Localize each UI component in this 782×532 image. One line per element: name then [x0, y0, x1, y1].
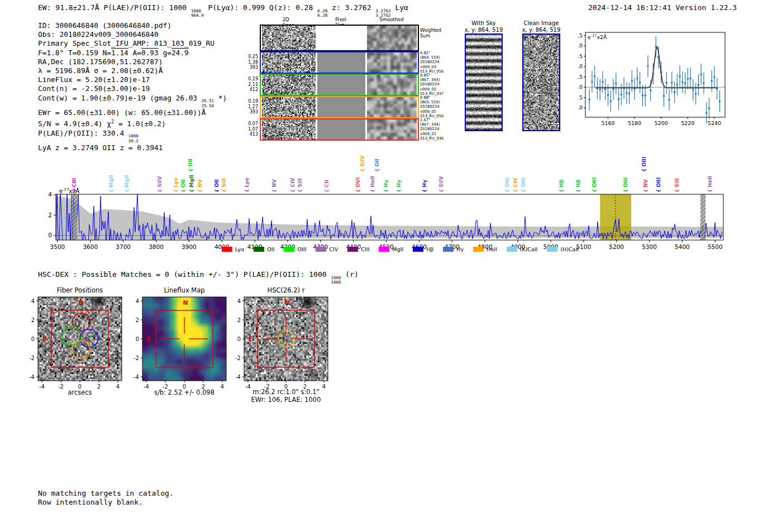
- svg-text:3800: 3800: [149, 243, 164, 250]
- legend-swatch: [222, 247, 232, 252]
- zoom-plot-unit-label: e-17x2Å: [588, 33, 607, 40]
- with-sky-title: With Skyx, y: 864, 519: [465, 20, 503, 33]
- spec2d-col-header: Smoothed: [379, 17, 403, 22]
- spec2d-row: [260, 25, 419, 51]
- svg-text:5180: 5180: [628, 120, 641, 126]
- spec2d-sum-label: WeightedSum: [420, 28, 441, 39]
- legend-swatch: [316, 247, 326, 252]
- svg-text:0: 0: [136, 336, 139, 342]
- spec2d-row: [260, 118, 419, 141]
- info-line: P(LAE)/P(OII): 330.4 100039.2: [38, 129, 227, 143]
- svg-text:5400: 5400: [675, 243, 690, 250]
- lineflux-caption: s/b: 2.52 +/- 0.098: [154, 389, 214, 396]
- spec2d-row-right-meta: 0.85"(867, 343)20180224v009_02013_RU_037: [420, 73, 444, 96]
- svg-text:-2: -2: [29, 355, 35, 361]
- hsc-caption-2: EWr: 106, PLAE: 1000: [251, 396, 321, 404]
- spec2d-row: [260, 96, 419, 118]
- svg-text:5200: 5200: [655, 120, 668, 126]
- legend-item: OIII: [284, 246, 306, 252]
- svg-text:3900: 3900: [182, 243, 197, 250]
- svg-text:-4: -4: [29, 374, 35, 380]
- header-timestamp-version: 2024-12-14 16:12:41 Version 1.22.3: [588, 3, 737, 12]
- spec2d-row: [260, 74, 419, 96]
- svg-text:4: 4: [116, 384, 120, 389]
- svg-text:2: 2: [48, 212, 52, 218]
- svg-text:N: N: [284, 299, 289, 306]
- svg-text:-4: -4: [245, 384, 251, 389]
- spec2d-row-right-meta: 1.67"(867, 334)20180224v009_01013_RU_036: [420, 118, 444, 141]
- svg-text:-2: -2: [163, 384, 168, 389]
- svg-text:2: 2: [97, 384, 101, 389]
- hsc-caption-1: m:26.2 rc:1.0" s:0.1": [252, 388, 320, 396]
- spectral-line-legend: LyαOIIOIIICIVCIIIMgIIHβHγHeII(K)CaII(H)C…: [222, 246, 579, 252]
- spec2d-row-left-stats: 0.192.11412: [246, 76, 258, 93]
- legend-item: CIV: [316, 246, 338, 252]
- spec2d-row-left-stats: 0.071.07413: [246, 121, 258, 137]
- svg-text:2: 2: [136, 317, 139, 323]
- info-line: RA,Dec (182.175690,51.262787): [38, 57, 227, 66]
- svg-text:-4: -4: [144, 384, 149, 389]
- svg-text:4: 4: [136, 298, 139, 304]
- spec2d-row-left-stats: 0.191.27393: [246, 99, 258, 115]
- elixer-report-page: { "header": { "left_segments": [ {"t":"E…: [0, 0, 782, 532]
- legend-item: (K)CaII: [507, 246, 538, 252]
- info-line: S/N = 4.9(±0.4) χ2 = 1.0(±0.2): [38, 117, 227, 128]
- spec2d-row-right-meta: 0.82"(864, 519)20180224v009_03013_RU_056: [420, 51, 444, 74]
- svg-text:0.5: 0.5: [578, 74, 583, 80]
- svg-text:E: E: [42, 336, 47, 343]
- hsc-dex-match-line: HSC-DEX : Possible Matches = 0 (within +…: [38, 270, 359, 285]
- svg-text:5160: 5160: [601, 120, 614, 126]
- svg-text:N: N: [183, 299, 188, 306]
- svg-text:5220: 5220: [681, 120, 694, 126]
- info-line: LineFlux = 5.20(±1.20)e-17: [38, 75, 227, 84]
- legend-swatch: [507, 247, 517, 252]
- svg-text:5300: 5300: [642, 243, 657, 250]
- svg-text:N: N: [78, 299, 83, 306]
- legend-swatch: [284, 247, 294, 252]
- svg-text:3500: 3500: [50, 243, 65, 250]
- svg-text:3600: 3600: [83, 243, 98, 250]
- svg-text:-4: -4: [235, 374, 241, 380]
- footer-notes: No matching targets in catalog.Row inten…: [38, 489, 174, 506]
- svg-text:-2: -2: [133, 355, 139, 361]
- target-info-block: ID: 3000646840 (3000646840.pdf)Obs: 2018…: [38, 21, 227, 152]
- svg-text:2.0: 2.0: [578, 43, 583, 49]
- full-spectrum-plot: 3500360037003800390040004100420043004400…: [47, 151, 732, 257]
- spec2d-pixel-flat: [317, 26, 365, 50]
- legend-swatch: [547, 247, 557, 252]
- info-line: EWr = 65.00(±31.00) (w: 65.00(±31.00))Å: [38, 108, 227, 117]
- svg-text:0: 0: [31, 336, 35, 342]
- svg-text:5240: 5240: [708, 120, 721, 126]
- svg-text:4: 4: [48, 191, 52, 198]
- svg-text:4: 4: [322, 384, 326, 389]
- legend-item: HeII: [473, 246, 497, 252]
- legend-swatch: [473, 247, 484, 252]
- svg-text:5200: 5200: [609, 243, 624, 250]
- svg-text:1.0: 1.0: [578, 64, 583, 69]
- info-line: λ = 5196.89Å σ = 2.08(±0.62)Å: [38, 66, 227, 75]
- svg-text:1.5: 1.5: [578, 54, 583, 59]
- spec2d-pixel-flat: [317, 52, 365, 73]
- emission-line-zoom-plot: -1.0-0.50.00.51.01.52.02.551605180520052…: [578, 27, 735, 127]
- spec2d-row-right-meta: 0.88"(863, 519)20180224v009_01013_RU_056: [420, 95, 444, 118]
- legend-swatch: [347, 247, 358, 252]
- svg-text:0: 0: [183, 384, 186, 389]
- legend-item: Lyα: [222, 246, 244, 252]
- spec2d-row: [260, 51, 419, 74]
- svg-text:2: 2: [31, 317, 35, 323]
- clean-image: [522, 33, 560, 131]
- spec2d-pixel-flat: [317, 97, 365, 117]
- svg-text:0: 0: [48, 232, 52, 238]
- footer-line: Row intentionally blank.: [38, 498, 174, 507]
- with-sky-image: [465, 33, 503, 131]
- info-line: Obs: 20180224v009_3000646840: [38, 30, 227, 39]
- svg-text:0: 0: [237, 336, 241, 342]
- footer-line: No matching targets in catalog.: [38, 489, 174, 498]
- svg-text:2: 2: [237, 317, 241, 323]
- svg-text:-2: -2: [235, 355, 241, 361]
- svg-text:0: 0: [78, 384, 82, 389]
- spec2d-row-left-stats: 0.251.38393: [246, 54, 258, 70]
- info-line: Primary Spec_Slot_IFU_AMP: 013_103_019_R…: [38, 39, 227, 48]
- svg-text:5500: 5500: [708, 243, 723, 250]
- info-line: ID: 3000646840 (3000646840.pdf): [38, 21, 227, 30]
